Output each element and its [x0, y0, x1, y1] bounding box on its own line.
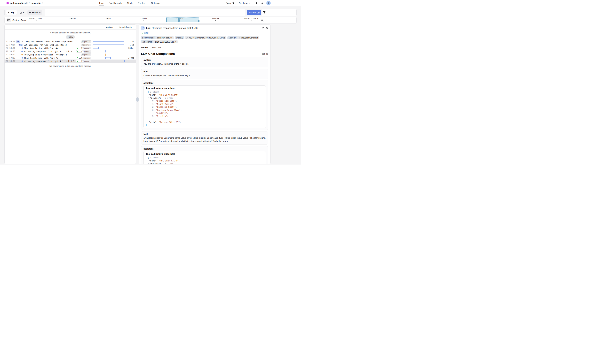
org-name: jackmpcollins: [10, 2, 26, 4]
time-tick: Nov 12, 22:59:16: [244, 18, 258, 21]
badge-label: LLM: [79, 47, 82, 49]
tab-dashboards[interactable]: Dashboards: [109, 0, 122, 6]
log-row[interactable]: 22:59:11streaming response from 'gpt-4o'…: [5, 50, 136, 53]
tab-alerts[interactable]: Alerts: [127, 0, 133, 6]
log-duration: 384ms: [126, 47, 134, 49]
json-token-meta: 6 items: [165, 162, 173, 164]
tick-label: 22:59:05: [68, 18, 76, 20]
span-count: 6: [18, 41, 19, 43]
ai-mode-button[interactable]: AI: [18, 10, 26, 15]
json-token-punc: }: [146, 124, 147, 126]
meta-badge: Service Nameunknown_service: [141, 36, 174, 39]
visibility-dropdown[interactable]: Visibility: [106, 26, 116, 28]
log-message: streaming response from 'gpt-4o' took 0.…: [24, 60, 75, 62]
log-row[interactable]: 22:59:12streaming response from 'gpt-4o'…: [5, 60, 136, 63]
log-row-content: ⊟5LLM-assisted retries enabled. Max 3: [16, 44, 80, 46]
log-duration: 1.9s: [126, 41, 134, 43]
tab-label: Alerts: [127, 2, 133, 4]
collapse-toggle[interactable]: [146, 91, 147, 92]
today-badge[interactable]: Today: [66, 35, 75, 39]
theme-toggle-button[interactable]: [255, 2, 258, 4]
llm-badge: LLM: [76, 60, 83, 62]
json-token-punc: ,: [176, 106, 177, 108]
chain-link-icon: [261, 27, 264, 29]
tab-settings[interactable]: Settings: [151, 0, 160, 6]
log-list-panel: Visibility Default levels No older items…: [4, 24, 136, 164]
filter-button[interactable]: [263, 11, 266, 14]
zoom-in-button[interactable]: [261, 19, 264, 22]
json-token-punc: :: [154, 112, 156, 114]
copy-link-button[interactable]: [261, 27, 264, 29]
meta-value[interactable]: #fd81e8f78c4ecc9f: [237, 36, 259, 39]
json-line: 3: "Barking Sonic Wave",: [146, 108, 263, 112]
meta-value[interactable]: #9146a6974e4e6140538043607a71c75e: [185, 36, 226, 39]
badge-label: LLM: [79, 50, 82, 52]
close-panel-button[interactable]: [266, 27, 268, 29]
tick-label: 22:59:07: [104, 18, 112, 20]
tab-explore[interactable]: Explore: [138, 0, 146, 6]
tool-call-card: Tool call: return_superhero{ 3 items"nam…: [143, 151, 266, 164]
tab-live[interactable]: Live: [99, 0, 104, 6]
log-row[interactable]: 22:59:10Chat Completion with 'gpt-4o'LLM…: [5, 46, 136, 50]
return-key-icon: ↵: [257, 11, 259, 14]
json-token-str: "The Bark Night": [159, 94, 178, 96]
indent-guide: [147, 162, 147, 164]
log-row-content: streaming response from 'gpt-4o' took 0.…: [16, 60, 75, 62]
log-row[interactable]: 22:59:11Chat Completion with 'gpt-4o'LLM…: [5, 56, 136, 60]
collapse-toggle[interactable]: [146, 157, 147, 158]
sql-mode-button[interactable]: ∗ SQL: [6, 10, 17, 15]
log-timestamp: 22:59:12: [6, 60, 16, 62]
log-row[interactable]: 22:59:10⊟5LLM-assisted retries enabled. …: [5, 43, 136, 46]
indent-guide: [147, 114, 147, 118]
default-levels-dropdown[interactable]: Default levels: [119, 26, 134, 28]
json-token-str: "Agility": [156, 112, 167, 114]
search-label: Search: [248, 11, 256, 14]
json-token-punc: :: [156, 121, 159, 123]
collapse-toggle[interactable]: [148, 97, 150, 98]
table-view-button[interactable]: [257, 27, 259, 29]
time-selection[interactable]: [166, 17, 199, 22]
message-role: assistant: [143, 147, 266, 150]
json-line: ]: [146, 118, 263, 121]
chat-messages: systemYou are professor A, in charge of …: [141, 57, 268, 164]
detail-tab-details[interactable]: Details: [141, 45, 148, 50]
span-diamond-icon: [21, 50, 23, 52]
user-avatar[interactable]: J: [266, 1, 271, 5]
llm-badge: LLM: [76, 57, 83, 59]
org-selector[interactable]: jackmpcollins: [10, 2, 28, 4]
time-axis[interactable]: Nov 12, 22:59:0322:59:0522:59:0722:59:09…: [36, 17, 251, 23]
log-row[interactable]: 22:59:10⊟6Calling chatprompt-function ma…: [5, 40, 136, 43]
get-help-button[interactable]: Get help: [237, 1, 252, 5]
time-range-selector[interactable]: Custom Range: [12, 19, 30, 21]
log-row[interactable]: 22:59:11Retrying Chat Completion. Attemp…: [5, 53, 136, 56]
json-line: 1: "Night Vision",: [146, 103, 263, 105]
project-selector[interactable]: magentic: [31, 2, 43, 4]
json-line: 2: "Enhanced Smell",: [146, 105, 263, 109]
meta-value[interactable]: unknown_service: [156, 36, 174, 39]
panel-resize-handle[interactable]: [136, 97, 139, 102]
collapse-badge[interactable]: ⊟6: [16, 41, 20, 43]
log-duration: 1.9s: [126, 44, 134, 46]
share-link-button[interactable]: [261, 2, 263, 4]
collapse-toggle[interactable]: [148, 163, 150, 164]
search-button[interactable]: Search ↵: [247, 10, 261, 15]
sidebar-toggle-icon: [7, 19, 10, 21]
bar-cap: [93, 47, 93, 49]
attribute-badge: openai: [83, 47, 91, 49]
json-token-str: "Gotham City, NY": [159, 121, 180, 123]
log-row-content: ⊟6Calling chatprompt-function make_super…: [16, 41, 80, 43]
meta-value[interactable]: 2024-11-12 22:59:12.876: [153, 40, 178, 43]
log-message: Calling chatprompt-function make_superhe…: [21, 41, 73, 43]
metadata-badges: Service Nameunknown_serviceTrace ID#9146…: [141, 36, 268, 43]
meta-value-text: #9146a6974e4e6140538043607a71c75e: [189, 37, 225, 39]
breadcrumb-separator: /: [29, 2, 30, 4]
sidebar-toggle-button[interactable]: [7, 18, 11, 22]
fields-button[interactable]: ⊞ Fields: [27, 10, 42, 15]
gantt-bar: [93, 48, 99, 49]
docs-link[interactable]: Docs: [226, 2, 234, 4]
tick-label: Nov 12, 22:59:16: [244, 18, 258, 20]
json-line: 5: "Stealth",: [146, 114, 263, 118]
green-dot-icon: [77, 51, 78, 52]
detail-tab-raw-data[interactable]: Raw Data: [151, 45, 161, 50]
json-token-idx: 3: [152, 109, 154, 111]
